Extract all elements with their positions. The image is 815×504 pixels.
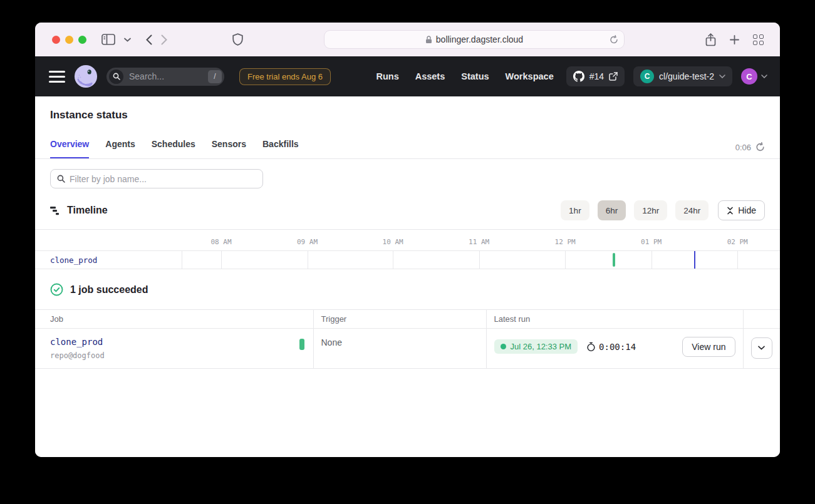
column-header-actions [743, 310, 780, 328]
timeline-title: Timeline [67, 205, 108, 216]
column-header-latest-run: Latest run [486, 310, 743, 328]
axis-tick-label: 12 PM [555, 238, 576, 246]
nav-assets[interactable]: Assets [415, 71, 445, 81]
axis-tick-label: 02 PM [727, 238, 748, 246]
job-filter-input[interactable] [70, 174, 256, 184]
share-icon[interactable] [705, 33, 716, 46]
github-pr-number: #14 [589, 71, 604, 81]
success-check-icon [50, 283, 63, 296]
range-12hr-button[interactable]: 12hr [634, 200, 667, 220]
nav-status[interactable]: Status [461, 71, 489, 81]
range-24hr-button[interactable]: 24hr [675, 200, 709, 220]
trial-badge[interactable]: Free trial ends Aug 6 [239, 68, 331, 85]
new-tab-plus-icon[interactable] [730, 35, 739, 44]
summary-text: 1 job succeeded [70, 284, 148, 296]
workspace-name: cl/guide-test-2 [659, 71, 714, 81]
filter-row [35, 159, 780, 188]
job-name-link[interactable]: clone_prod [50, 337, 306, 347]
page-title: Instance status [35, 96, 780, 121]
range-1hr-button[interactable]: 1hr [561, 200, 589, 220]
lock-icon [425, 36, 432, 44]
job-status-pill[interactable] [299, 339, 304, 350]
hide-button-label: Hide [738, 205, 756, 215]
tab-sensors[interactable]: Sensors [212, 134, 246, 158]
zoom-window-button[interactable] [78, 36, 86, 44]
tab-overview[interactable]: Overview [50, 134, 89, 158]
chevron-down-icon [761, 75, 767, 78]
table-row: clone_prod repo@dogfood None Jul 26, 12:… [35, 328, 780, 368]
back-button[interactable] [146, 34, 152, 45]
chevron-down-icon [758, 346, 765, 350]
reload-icon[interactable] [610, 35, 618, 44]
search-shortcut-key: / [208, 70, 222, 83]
browser-window: bollinger.dagster.cloud [35, 23, 780, 457]
column-header-job: Job [35, 310, 313, 328]
job-filter-field[interactable] [50, 169, 263, 188]
traffic-lights [52, 36, 86, 44]
chevron-down-icon [719, 75, 725, 78]
menu-hamburger-icon[interactable] [49, 71, 65, 83]
tab-backfills[interactable]: Backfills [262, 134, 299, 158]
timeline-row-clone-prod: clone_prod [35, 251, 780, 269]
dagster-logo[interactable] [74, 64, 98, 88]
latest-run-badge[interactable]: Jul 26, 12:33 PM [494, 339, 578, 354]
collapse-icon [727, 207, 734, 215]
view-run-button[interactable]: View run [682, 337, 735, 357]
axis-tick-label: 08 AM [210, 238, 231, 246]
user-menu[interactable]: C [741, 68, 767, 85]
axis-tick-label: 10 AM [383, 238, 403, 246]
axis-tick-label: 01 PM [641, 238, 662, 246]
timeline-axis: 08 AM 09 AM 10 AM 11 AM 12 PM 01 PM 02 P… [35, 230, 780, 251]
waterfall-timeline-icon [50, 206, 61, 215]
trigger-value: None [321, 337, 342, 347]
workspace-switcher[interactable]: C cl/guide-test-2 [633, 66, 732, 86]
tab-overview-icon[interactable] [753, 34, 764, 45]
refresh-countdown: 0:06 [735, 142, 765, 152]
workspace-avatar: C [640, 69, 654, 83]
job-location: repo@dogfood [50, 351, 306, 360]
minimize-window-button[interactable] [65, 36, 73, 44]
app-header: Search... / Free trial ends Aug 6 Runs A… [35, 56, 780, 96]
hide-timeline-button[interactable]: Hide [718, 200, 765, 220]
stopwatch-icon [586, 342, 596, 352]
page-content: Instance status Overview Agents Schedule… [35, 96, 780, 457]
privacy-shield-icon[interactable] [232, 33, 243, 46]
forward-button[interactable] [161, 34, 167, 45]
run-status-dot [501, 344, 506, 349]
timeline-header: Timeline 1hr 6hr 12hr 24hr Hide [35, 188, 780, 229]
global-search-input[interactable]: Search... / [106, 68, 224, 86]
github-pr-link[interactable]: #14 [566, 66, 625, 86]
row-actions-dropdown-button[interactable] [751, 337, 772, 359]
refresh-icon[interactable] [755, 142, 765, 152]
address-bar[interactable]: bollinger.dagster.cloud [324, 30, 625, 49]
search-icon [57, 175, 65, 183]
browser-toolbar: bollinger.dagster.cloud [35, 23, 780, 56]
sidebar-toggle-icon[interactable] [101, 34, 115, 45]
external-link-icon [609, 72, 618, 81]
main-nav: Runs Assets Status Workspace [376, 71, 553, 81]
nav-runs[interactable]: Runs [376, 71, 398, 81]
tab-bar: Overview Agents Schedules Sensors Backfi… [35, 134, 780, 159]
table-header-row: Job Trigger Latest run [35, 310, 780, 328]
axis-tick-label: 11 AM [469, 238, 489, 246]
current-time-line [694, 251, 695, 269]
refresh-timer-value: 0:06 [735, 143, 751, 152]
timeline-job-link[interactable]: clone_prod [50, 255, 97, 265]
sidebar-chevron-down-icon[interactable] [124, 38, 131, 42]
run-duration-value: 0:00:14 [599, 342, 636, 352]
latest-run-time: Jul 26, 12:33 PM [511, 342, 572, 351]
run-success-marker[interactable] [613, 253, 615, 267]
column-header-trigger: Trigger [313, 310, 486, 328]
close-window-button[interactable] [52, 36, 60, 44]
range-6hr-button[interactable]: 6hr [598, 200, 626, 220]
nav-workspace[interactable]: Workspace [506, 71, 554, 81]
tab-agents[interactable]: Agents [105, 134, 135, 158]
tab-schedules[interactable]: Schedules [152, 134, 195, 158]
run-duration: 0:00:14 [586, 342, 636, 352]
search-icon [109, 69, 123, 84]
axis-tick-label: 09 AM [297, 238, 318, 246]
url-text: bollinger.dagster.cloud [436, 34, 523, 44]
timeline-chart: 08 AM 09 AM 10 AM 11 AM 12 PM 01 PM 02 P… [35, 229, 780, 269]
jobs-table: Job Trigger Latest run clone_prod repo@d… [35, 310, 780, 369]
user-avatar: C [741, 68, 757, 85]
